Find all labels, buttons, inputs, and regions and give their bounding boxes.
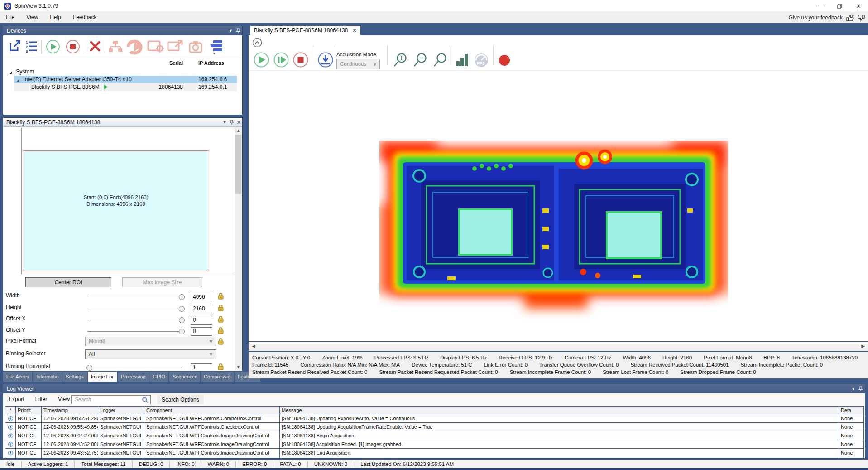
- log-row[interactable]: i NOTICE 12-06-2023 09:55:51.295 Spinnak…: [5, 414, 864, 423]
- camera-panel-scrollbar[interactable]: ▲ ▼: [235, 127, 242, 371]
- stop-acquisition-icon[interactable]: [66, 39, 80, 54]
- log-menu-item[interactable]: Export: [3, 393, 30, 402]
- camera-tab[interactable]: GPIO: [149, 372, 168, 382]
- field-combo[interactable]: Mono8▼: [85, 337, 216, 346]
- log-viewer-header[interactable]: Log Viewer ▼: [3, 384, 865, 393]
- start-acquisition-icon[interactable]: [46, 39, 60, 54]
- menu-item[interactable]: File: [0, 12, 20, 22]
- panel-menu-chevron-icon[interactable]: ▼: [223, 118, 227, 127]
- slider-track[interactable]: [87, 331, 182, 332]
- slider-thumb[interactable]: [179, 329, 185, 334]
- device-tree-row[interactable]: Intel(R) Ethernet Server Adapter I350-T4…: [3, 76, 242, 83]
- details-column-header[interactable]: Deta: [839, 407, 864, 414]
- viewer-tab[interactable]: Blackfly S BFS-PGE-88S6M 18064138✕: [250, 26, 360, 35]
- details-view-chevron-icon[interactable]: ▼: [212, 52, 216, 56]
- message-column-header[interactable]: Message: [280, 407, 839, 414]
- restore-button[interactable]: [830, 0, 849, 12]
- camera-tab[interactable]: File Acces: [3, 372, 32, 382]
- pin-icon[interactable]: [236, 28, 240, 34]
- camera-tab[interactable]: Informatio: [33, 372, 62, 382]
- slider-thumb[interactable]: [179, 317, 185, 323]
- slider-thumb[interactable]: [179, 294, 185, 300]
- scroll-up-icon[interactable]: ▲: [235, 127, 242, 134]
- roi-region[interactable]: [23, 150, 209, 271]
- slider-track[interactable]: [87, 309, 182, 309]
- zoom-in-icon[interactable]: [393, 52, 409, 68]
- log-row[interactable]: i NOTICE 12-06-2023 09:44:27.006 Spinnak…: [5, 431, 864, 440]
- save-image-icon[interactable]: [317, 52, 334, 68]
- horizontal-scrollbar[interactable]: ◀ ▶: [249, 342, 868, 351]
- component-column-header[interactable]: Component: [144, 407, 280, 414]
- devices-panel-header[interactable]: Devices ▼: [3, 26, 242, 35]
- center-roi-button[interactable]: Center ROI: [25, 277, 111, 287]
- field-value-input[interactable]: 0: [191, 316, 212, 325]
- log-row[interactable]: i NOTICE 12-06-2023 09:43:52.382 Spinnak…: [5, 457, 864, 459]
- log-search-input[interactable]: Search: [71, 395, 151, 404]
- tree-expander-icon[interactable]: [17, 79, 19, 82]
- zoom-fit-icon[interactable]: [432, 52, 449, 68]
- play-single-frame-icon[interactable]: [273, 52, 289, 68]
- pin-icon[interactable]: [858, 386, 863, 392]
- record-icon[interactable]: [498, 53, 511, 67]
- thumbs-up-icon[interactable]: [846, 14, 854, 22]
- panel-menu-chevron-icon[interactable]: ▼: [229, 26, 233, 35]
- pin-icon[interactable]: [230, 120, 234, 125]
- search-options-button[interactable]: Search Options: [157, 395, 204, 404]
- camera-tab[interactable]: Settings: [62, 372, 87, 382]
- log-row[interactable]: i NOTICE 12-06-2023 09:43:52.751 Spinnak…: [5, 449, 864, 457]
- device-tree-row[interactable]: System: [3, 68, 242, 76]
- camera-tab[interactable]: Sequencer: [169, 372, 200, 382]
- scroll-right-icon[interactable]: ▶: [859, 342, 867, 351]
- camera-panel-header[interactable]: Blackfly S BFS-PGE-88S6M 18064138 ▼ ✕: [3, 118, 242, 127]
- device-tree-row[interactable]: Blackfly S BFS-PGE-88S6M 18064138 169.25…: [3, 83, 242, 91]
- log-row[interactable]: i NOTICE 12-06-2023 09:55:49.854 Spinnak…: [5, 423, 864, 431]
- tree-expander-icon[interactable]: [10, 72, 12, 74]
- scrollbar-thumb[interactable]: [235, 135, 241, 194]
- priority-column-header[interactable]: Priorit: [16, 407, 42, 414]
- field-value-input[interactable]: 4096: [191, 293, 212, 301]
- slider-thumb[interactable]: [86, 365, 92, 371]
- panel-menu-chevron-icon[interactable]: ▼: [851, 384, 855, 393]
- details-view-icon[interactable]: [210, 39, 223, 52]
- collapse-toolbar-icon[interactable]: [252, 38, 262, 48]
- field-combo[interactable]: All▼: [85, 349, 216, 359]
- camera-tab[interactable]: Compressio: [201, 372, 234, 382]
- field-value-input[interactable]: 2160: [191, 305, 212, 313]
- menu-item[interactable]: Feedback: [67, 12, 103, 22]
- max-image-size-button[interactable]: Max Image Size: [122, 277, 202, 287]
- slider-track[interactable]: [87, 368, 182, 368]
- log-row[interactable]: i NOTICE 12-06-2023 09:43:52.806 Spinnak…: [5, 440, 864, 449]
- update-device-list-icon[interactable]: [9, 39, 21, 53]
- minimize-button[interactable]: [811, 0, 830, 12]
- slider-track[interactable]: [87, 297, 182, 297]
- play-icon[interactable]: [253, 52, 269, 68]
- stop-icon[interactable]: [293, 52, 309, 68]
- star-column-header[interactable]: *: [5, 407, 16, 414]
- image-viewport[interactable]: [249, 71, 868, 341]
- scroll-down-icon[interactable]: ▼: [235, 364, 242, 371]
- close-button[interactable]: ✕: [849, 0, 868, 12]
- scroll-left-icon[interactable]: ◀: [249, 342, 258, 351]
- menu-item[interactable]: Help: [44, 12, 67, 22]
- tab-close-icon[interactable]: ✕: [352, 28, 356, 33]
- slider-thumb[interactable]: [179, 306, 185, 312]
- camera-tab[interactable]: Processing: [118, 372, 149, 382]
- histogram-icon[interactable]: [455, 53, 470, 68]
- field-value-input[interactable]: 0: [191, 327, 212, 336]
- device-list-icon[interactable]: 1 2 3: [25, 39, 38, 53]
- logger-column-header[interactable]: Logger: [98, 407, 144, 414]
- slider-track[interactable]: [87, 320, 182, 320]
- thumbs-down-icon[interactable]: [857, 14, 865, 22]
- acquisition-mode-combo[interactable]: Continuous▼: [336, 59, 380, 69]
- menu-item[interactable]: View: [20, 12, 44, 22]
- timestamp-column-header[interactable]: Timestamp: [42, 407, 98, 414]
- ip-column-header[interactable]: IP Address: [198, 60, 224, 66]
- log-menu-item[interactable]: Filter: [30, 393, 53, 402]
- close-panel-icon[interactable]: ✕: [237, 118, 241, 127]
- serial-column-header[interactable]: Serial: [151, 60, 183, 66]
- camera-tab[interactable]: Image For: [88, 372, 117, 382]
- remove-device-icon[interactable]: [88, 39, 102, 53]
- search-icon[interactable]: [142, 397, 149, 403]
- thermal-image[interactable]: [379, 141, 728, 326]
- zoom-out-icon[interactable]: [412, 52, 429, 68]
